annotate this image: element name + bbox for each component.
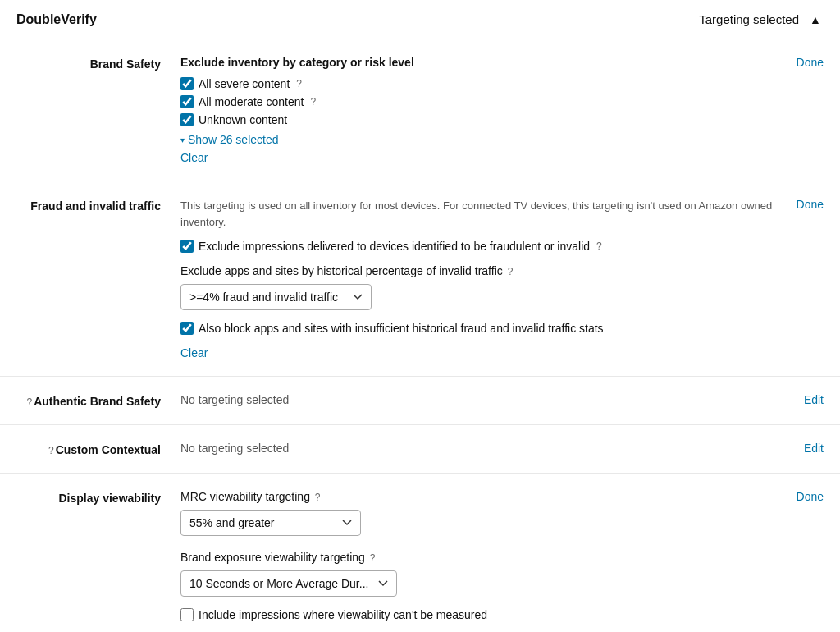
checkbox-all-severe: All severe content ? xyxy=(180,77,774,90)
checkbox-also-block-input[interactable] xyxy=(180,322,194,335)
cc-edit-button[interactable]: Edit xyxy=(804,442,824,455)
fraud-label: Fraud and invalid traffic xyxy=(16,198,180,213)
collapse-icon[interactable]: ▲ xyxy=(807,11,824,28)
question-icon-apps: ? xyxy=(508,266,514,277)
question-icon-severe: ? xyxy=(296,78,302,89)
brand-exposure-dropdown[interactable]: 10 Seconds or More Average Dur... xyxy=(180,570,397,597)
brand-safety-section: Brand Safety Exclude inventory by catego… xyxy=(0,39,840,181)
checkbox-also-block-label: Also block apps and sites with insuffici… xyxy=(199,322,604,335)
checkbox-unknown-content: Unknown content xyxy=(180,113,774,126)
main-content: Brand Safety Exclude inventory by catego… xyxy=(0,39,840,632)
app-logo: DoubleVerify xyxy=(16,12,97,27)
custom-contextual-label: ?Custom Contextual xyxy=(16,442,180,456)
brand-safety-label: Brand Safety xyxy=(16,56,180,71)
exclude-apps-label: Exclude apps and sites by historical per… xyxy=(180,264,774,277)
chevron-down-icon: ▾ xyxy=(180,135,185,144)
authentic-brand-safety-section: ?Authentic Brand Safety No targeting sel… xyxy=(0,377,840,425)
cc-action: Edit xyxy=(774,442,824,455)
custom-contextual-content: No targeting selected xyxy=(180,442,774,455)
abs-action: Edit xyxy=(774,393,824,406)
brand-safety-content: Exclude inventory by category or risk le… xyxy=(180,56,774,164)
checkbox-all-severe-label: All severe content xyxy=(199,77,290,90)
header-right: Targeting selected ▲ xyxy=(699,11,824,28)
abs-no-targeting: No targeting selected xyxy=(180,392,289,406)
brand-safety-action: Done xyxy=(774,56,824,69)
checkbox-include-impressions-label: Include impressions where viewability ca… xyxy=(199,608,487,621)
question-icon-cc: ? xyxy=(48,445,54,456)
custom-contextual-section: ?Custom Contextual No targeting selected… xyxy=(0,425,840,474)
authentic-brand-safety-label: ?Authentic Brand Safety xyxy=(16,393,180,408)
fraud-action: Done xyxy=(774,198,824,211)
brand-safety-title: Exclude inventory by category or risk le… xyxy=(180,56,774,69)
show-selected-link[interactable]: ▾ Show 26 selected xyxy=(180,133,774,146)
brand-safety-clear-link[interactable]: Clear xyxy=(180,151,208,164)
fraud-done-button[interactable]: Done xyxy=(797,198,824,211)
checkbox-all-severe-input[interactable] xyxy=(180,77,194,90)
authentic-brand-safety-content: No targeting selected xyxy=(180,393,774,406)
checkbox-exclude-impressions: Exclude impressions delivered to devices… xyxy=(180,240,774,253)
checkbox-include-impressions: Include impressions where viewability ca… xyxy=(180,608,774,621)
question-icon-brand-exposure: ? xyxy=(370,552,376,564)
brand-exposure-label-text: Brand exposure viewability targeting xyxy=(180,551,365,564)
checkbox-exclude-impressions-label: Exclude impressions delivered to devices… xyxy=(199,240,590,253)
exclude-apps-text: Exclude apps and sites by historical per… xyxy=(180,264,503,277)
fraud-dropdown[interactable]: >=4% fraud and invalid traffic >=8% frau… xyxy=(180,284,372,310)
question-icon-abs: ? xyxy=(27,396,33,408)
checkbox-also-block: Also block apps and sites with insuffici… xyxy=(180,322,774,335)
checkbox-all-moderate-input[interactable] xyxy=(180,95,194,108)
app-container: DoubleVerify Targeting selected ▲ Brand … xyxy=(0,0,840,632)
targeting-selected-label: Targeting selected xyxy=(699,12,799,26)
checkbox-all-moderate-label: All moderate content xyxy=(199,95,304,108)
fraud-content: This targeting is used on all inventory … xyxy=(180,198,774,360)
brand-safety-done-button[interactable]: Done xyxy=(797,56,824,69)
header: DoubleVerify Targeting selected ▲ xyxy=(0,0,840,39)
question-icon-mrc: ? xyxy=(315,492,321,503)
brand-exposure-label: Brand exposure viewability targeting ? xyxy=(180,551,774,564)
viewability-done-button[interactable]: Done xyxy=(797,490,824,503)
question-icon-impressions: ? xyxy=(596,240,602,252)
checkbox-exclude-impressions-input[interactable] xyxy=(180,240,194,253)
viewability-action: Done xyxy=(774,490,824,503)
cc-no-targeting: No targeting selected xyxy=(180,440,289,455)
display-viewability-content: MRC viewability targeting ? 55% and grea… xyxy=(180,490,774,632)
show-selected-text: Show 26 selected xyxy=(188,133,279,146)
abs-edit-button[interactable]: Edit xyxy=(804,393,824,406)
display-viewability-label: Display viewability xyxy=(16,490,180,505)
display-viewability-section: Display viewability MRC viewability targ… xyxy=(0,474,840,632)
checkbox-unknown-content-label: Unknown content xyxy=(199,113,287,126)
mrc-label-text: MRC viewability targeting xyxy=(180,490,310,503)
fraud-description: This targeting is used on all inventory … xyxy=(180,198,774,230)
fraud-clear-link[interactable]: Clear xyxy=(180,346,208,360)
question-icon-moderate: ? xyxy=(310,96,316,108)
fraud-section: Fraud and invalid traffic This targeting… xyxy=(0,181,840,377)
checkbox-include-impressions-input[interactable] xyxy=(180,608,194,621)
checkbox-unknown-content-input[interactable] xyxy=(180,113,194,126)
mrc-label: MRC viewability targeting ? xyxy=(180,490,774,503)
checkbox-all-moderate: All moderate content ? xyxy=(180,95,774,108)
mrc-dropdown[interactable]: 55% and greater 60% and greater 70% and … xyxy=(180,510,361,536)
